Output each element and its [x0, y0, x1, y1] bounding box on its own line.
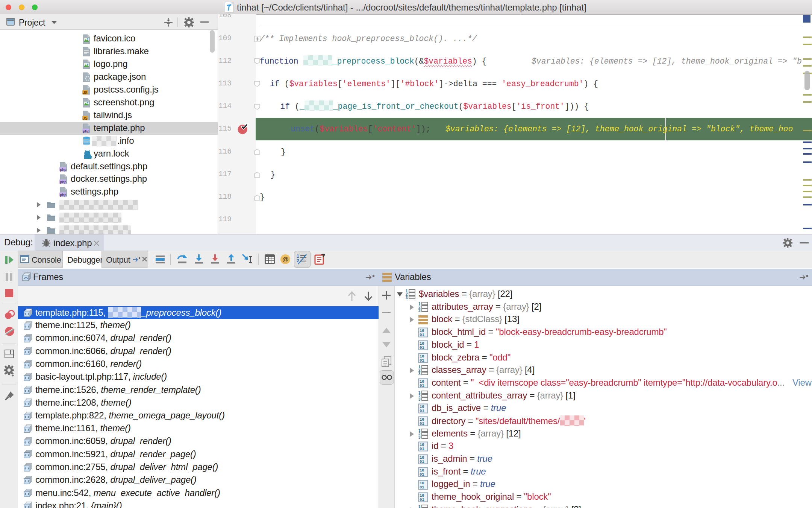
svg-text:JS: JS [83, 91, 88, 95]
svg-text:<>: <> [24, 276, 29, 281]
svg-text:01: 01 [420, 472, 424, 477]
svg-text:3: 3 [406, 296, 408, 300]
svg-text:01: 01 [420, 421, 424, 426]
svg-text:01: 01 [420, 345, 424, 350]
svg-text:01: 01 [420, 409, 424, 413]
svg-text:{}: {} [85, 76, 91, 81]
svg-text:01: 01 [420, 358, 424, 363]
svg-text:3: 3 [418, 435, 421, 439]
svg-text:01: 01 [420, 497, 424, 502]
svg-text:01: 01 [420, 333, 424, 337]
svg-text:01: 01 [420, 485, 424, 490]
svg-text:3: 3 [418, 372, 421, 376]
svg-text:php: php [60, 193, 67, 197]
svg-text:php: php [60, 180, 67, 184]
svg-text:@: @ [282, 256, 289, 263]
svg-text:3: 3 [418, 397, 421, 401]
svg-text:01: 01 [420, 447, 424, 451]
svg-text:01: 01 [420, 459, 424, 464]
svg-text:php: php [60, 167, 67, 171]
svg-text:01: 01 [420, 383, 424, 388]
svg-text:1: 1 [418, 505, 421, 508]
svg-text:3: 3 [418, 309, 421, 312]
svg-text:php: php [83, 129, 90, 133]
svg-text:JS: JS [83, 116, 88, 120]
